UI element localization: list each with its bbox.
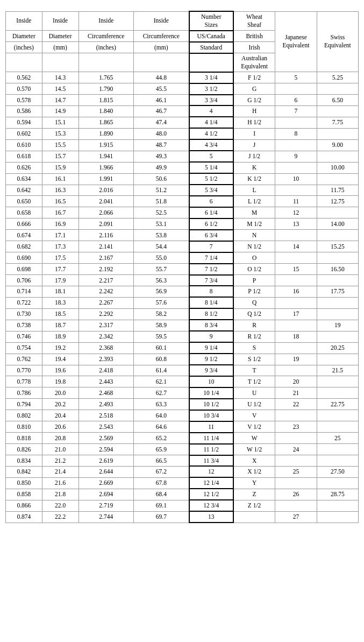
table-cell: K [233,162,275,173]
col2-h3: (mm) [42,42,78,53]
table-cell: N 1/2 [233,241,275,252]
table-cell: 22.0 [42,500,78,511]
table-cell: 19.6 [42,365,78,376]
table-cell: U [233,387,275,399]
table-cell: 1.915 [78,139,133,151]
table-cell: 18.3 [42,297,78,308]
table-cell: 2.443 [78,376,133,387]
table-cell: 62.1 [133,376,189,387]
table-cell: Z 1/2 [233,500,275,511]
table-cell: 67.2 [133,466,189,477]
table-cell: 0.706 [6,275,42,286]
table-cell [317,511,358,523]
table-cell: 18.5 [42,308,78,320]
table-cell: 56.3 [133,275,189,286]
table-cell [275,297,317,308]
table-cell: 22.2 [42,511,78,523]
table-cell: 12 [189,466,233,477]
table-cell: Q 1/2 [233,308,275,320]
table-cell: 20.6 [42,421,78,433]
table-cell: X [233,455,275,467]
table-cell: 57.6 [133,297,189,308]
table-cell: 2.594 [78,444,133,455]
table-cell: 8 3/4 [189,320,233,331]
header-row-1: Inside Inside Inside Inside NumberSizes … [6,11,359,31]
table-cell: 0.570 [6,83,42,95]
table-cell: 18.7 [42,320,78,331]
table-cell: 50.6 [133,173,189,185]
col1-h4 [6,53,42,72]
table-cell: 21.2 [42,455,78,467]
col2-h1: Inside [42,11,78,31]
table-cell [317,128,358,139]
table-cell: 6 [189,196,233,207]
table-cell: 0.754 [6,342,42,354]
table-cell: 1.815 [78,95,133,106]
table-cell: 64.0 [133,410,189,421]
table-cell: 3 1/2 [189,83,233,95]
table-cell: 60.8 [133,354,189,365]
table-cell: 10 1/4 [189,387,233,399]
table-cell: 20.8 [42,433,78,444]
table-cell: 11.75 [317,185,358,196]
table-row: 0.62615.91.96649.95 1/4K10.00 [6,162,359,173]
table-row: 0.56214.31.76544.83 1/4F 1/255.25 [6,72,359,83]
table-cell [275,342,317,354]
table-cell: L [233,185,275,196]
table-cell: 11 3/4 [189,455,233,467]
table-cell: 67.8 [133,477,189,489]
table-cell: 0.778 [6,376,42,387]
table-row: 0.59415.11.86547.44 1/4H 1/27.75 [6,117,359,128]
col2-h2: Diameter [42,31,78,42]
table-cell [317,207,358,218]
table-cell: 11 1/2 [189,444,233,455]
table-cell: 15.1 [42,117,78,128]
table-cell: O 1/2 [233,264,275,275]
table-cell: 21.0 [42,444,78,455]
table-cell: 2.368 [78,342,133,354]
table-cell: K 1/2 [233,173,275,185]
table-cell: 16.5 [42,196,78,207]
table-cell: 0.634 [6,173,42,185]
table-cell: 0.642 [6,185,42,196]
table-cell: M 1/2 [233,218,275,230]
table-cell [317,410,358,421]
col4-h1: Inside [133,11,189,31]
col5-h4 [189,53,233,72]
table-cell: 2.016 [78,185,133,196]
table-cell: 1.790 [78,83,133,95]
table-row: 0.82621.02.59465.911 1/2W 1/224 [6,444,359,455]
table-cell [275,500,317,511]
col2-h4 [42,53,78,72]
table-cell: 44.8 [133,72,189,83]
col3-h3: (inches) [78,42,133,53]
table-cell: W [233,433,275,444]
table-cell: 16.3 [42,185,78,196]
table-cell: 2.644 [78,466,133,477]
table-cell: 0.818 [6,433,42,444]
table-cell: S [233,342,275,354]
table-row: 0.69817.72.19255.77 1/2O 1/21516.50 [6,264,359,275]
table-cell: 15 [275,264,317,275]
table-cell: 28.75 [317,489,358,500]
table-cell [317,151,358,162]
table-cell: 2.267 [78,297,133,308]
table-cell: Y [233,477,275,489]
table-cell: 2.744 [78,511,133,523]
table-cell: T 1/2 [233,376,275,387]
table-cell: 7.75 [317,117,358,128]
table-cell: 10 1/2 [189,399,233,410]
table-cell: 5.25 [317,72,358,83]
table-cell: 0.674 [6,230,42,241]
table-cell: 2.619 [78,455,133,467]
table-row: 0.57014.51.79045.53 1/2G [6,83,359,95]
table-row: 0.77819.82.44362.110T 1/220 [6,376,359,387]
table-cell: 1.840 [78,105,133,117]
table-cell: 49.9 [133,162,189,173]
table-cell: 63.3 [133,399,189,410]
table-cell: 0.578 [6,95,42,106]
table-row: 0.66616.92.09153.16 1/2M 1/21314.00 [6,218,359,230]
table-cell: 1.991 [78,173,133,185]
table-cell: 0.698 [6,264,42,275]
table-cell: X 1/2 [233,466,275,477]
